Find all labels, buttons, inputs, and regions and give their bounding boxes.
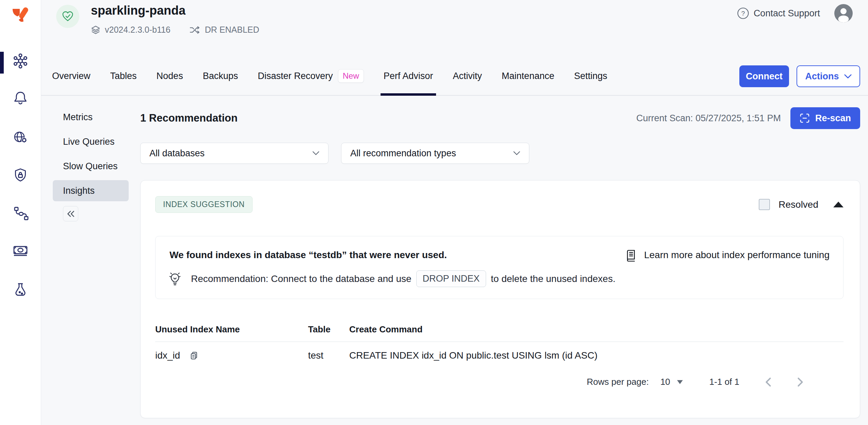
subnav-collapse-button[interactable] xyxy=(63,206,78,221)
actions-button[interactable]: Actions xyxy=(797,65,860,87)
connect-button[interactable]: Connect xyxy=(739,65,789,87)
table-header-row: Unused Index Name Table Create Command xyxy=(155,324,843,335)
tab-overview[interactable]: Overview xyxy=(42,57,100,95)
subnav-item-insights[interactable]: Insights xyxy=(53,180,129,201)
bell-icon xyxy=(12,89,29,106)
copy-button[interactable] xyxy=(189,350,199,361)
subnav-label: Metrics xyxy=(63,112,93,123)
resolved-checkbox[interactable] xyxy=(759,199,770,210)
user-avatar[interactable] xyxy=(834,4,853,22)
sidebar-item-billing[interactable] xyxy=(12,243,29,259)
column-header-index-name: Unused Index Name xyxy=(155,324,308,335)
recommendation-suffix: to delete the unused indexes. xyxy=(491,273,615,284)
scan-icon xyxy=(800,113,810,123)
tab-label: Nodes xyxy=(157,71,183,81)
sidebar-active-indicator xyxy=(0,52,4,74)
chevron-down-icon xyxy=(513,151,520,155)
table-row: idx_id test CREATE INDEX idx_id ON publi… xyxy=(155,342,843,369)
avatar-icon xyxy=(834,4,853,22)
tab-nodes[interactable]: Nodes xyxy=(147,57,193,95)
cell-create-command: CREATE INDEX idx_id ON public.test USING… xyxy=(349,350,843,361)
subnav-label: Insights xyxy=(63,186,95,196)
pagination: Rows per page: 10 1-1 of 1 xyxy=(155,377,843,387)
subnav-label: Live Queries xyxy=(63,137,115,147)
next-page-button[interactable] xyxy=(797,377,803,387)
chevron-down-icon xyxy=(844,74,852,79)
collapse-caret-icon[interactable] xyxy=(833,202,843,207)
tab-label: Tables xyxy=(110,71,137,81)
rescan-button[interactable]: Re-scan xyxy=(790,107,860,129)
cluster-health-badge xyxy=(56,5,79,28)
cluster-tabbar: Overview Tables Nodes Backups Disaster R… xyxy=(41,57,868,96)
copy-icon xyxy=(189,350,199,361)
book-icon xyxy=(625,249,637,262)
tab-backups[interactable]: Backups xyxy=(193,57,248,95)
cell-table: test xyxy=(308,350,349,361)
recommendation-type-filter-select[interactable]: All recommendation types xyxy=(341,143,529,164)
sidebar-item-pipelines[interactable] xyxy=(12,205,29,221)
cell-index-name: idx_id xyxy=(155,350,308,361)
sidebar-item-labs[interactable] xyxy=(12,282,29,298)
previous-page-button[interactable] xyxy=(765,377,771,387)
current-scan-label: Current Scan: 05/27/2025, 1:51 PM xyxy=(636,113,781,124)
svg-text:?: ? xyxy=(741,10,745,17)
perf-advisor-content: Metrics Live Queries Slow Queries Insigh… xyxy=(41,96,868,425)
rescan-label: Re-scan xyxy=(815,113,851,124)
recommendation-card-head: INDEX SUGGESTION Resolved xyxy=(155,180,843,213)
sidebar-item-alerts[interactable] xyxy=(12,89,29,106)
chevron-right-icon xyxy=(797,377,803,387)
recommendation-card: INDEX SUGGESTION Resolved We found index… xyxy=(140,180,860,418)
double-chevron-left-icon xyxy=(66,210,75,217)
index-name-value: idx_id xyxy=(155,350,180,361)
chevron-left-icon xyxy=(765,377,771,387)
tab-settings[interactable]: Settings xyxy=(564,57,617,95)
lightbulb-icon xyxy=(168,271,182,287)
dr-shuffle-icon xyxy=(190,25,200,35)
sidebar-item-network-config[interactable] xyxy=(12,129,29,146)
rows-per-page-value[interactable]: 10 xyxy=(660,377,670,387)
recommendation-row: Recommendation: Connect to the database … xyxy=(168,270,615,287)
yugabyte-logo[interactable] xyxy=(11,7,30,27)
subnav-item-live-queries[interactable]: Live Queries xyxy=(53,131,129,152)
insights-panel: 1 Recommendation Current Scan: 05/27/202… xyxy=(140,96,860,418)
cluster-icon xyxy=(12,53,29,69)
sidebar-item-security[interactable] xyxy=(12,167,29,183)
resolved-label: Resolved xyxy=(778,199,818,210)
summary-database: “testdb” xyxy=(309,250,347,260)
tab-perf-advisor[interactable]: Perf Advisor xyxy=(374,57,443,95)
subnav-item-slow-queries[interactable]: Slow Queries xyxy=(53,156,129,177)
tab-label: Settings xyxy=(574,71,607,81)
tab-label: Overview xyxy=(52,71,91,81)
database-filter-value: All databases xyxy=(149,148,205,159)
tab-maintenance[interactable]: Maintenance xyxy=(492,57,564,95)
database-filter-select[interactable]: All databases xyxy=(140,143,328,164)
recommendation-prefix: Recommendation: Connect to the database … xyxy=(191,273,412,284)
cluster-meta: v2024.2.3.0-b116 DR ENABLED xyxy=(91,25,259,35)
layers-icon xyxy=(91,25,100,35)
learn-more-link[interactable]: Learn more about index performance tunin… xyxy=(625,249,830,262)
summary-suffix: that were never used. xyxy=(347,250,447,260)
rows-per-page-dropdown-icon[interactable] xyxy=(677,380,683,384)
index-suggestion-badge: INDEX SUGGESTION xyxy=(155,196,253,213)
summary-text: We found indexes in database “testdb” th… xyxy=(170,250,447,261)
version-label: v2024.2.3.0-b116 xyxy=(105,25,171,35)
new-badge: New xyxy=(338,69,364,83)
globe-gear-icon xyxy=(12,129,29,146)
rows-per-page-label: Rows per page: xyxy=(587,377,649,387)
tab-actions: Connect Actions xyxy=(739,65,860,87)
money-icon xyxy=(12,243,29,259)
dr-status-label: DR ENABLED xyxy=(205,25,259,35)
pagination-range: 1-1 of 1 xyxy=(709,377,739,387)
tab-disaster-recovery[interactable]: Disaster Recovery New xyxy=(248,57,374,95)
contact-support-button[interactable]: ? Contact Support xyxy=(737,7,820,19)
yugabyte-logo-icon xyxy=(11,7,30,27)
recommendation-count-heading: 1 Recommendation xyxy=(140,112,238,124)
recommendation-type-filter-value: All recommendation types xyxy=(350,148,456,159)
tab-label: Maintenance xyxy=(502,71,554,81)
actions-button-label: Actions xyxy=(805,71,839,82)
tab-tables[interactable]: Tables xyxy=(100,57,147,95)
sidebar-item-clusters[interactable] xyxy=(12,53,29,69)
perf-advisor-subnav: Metrics Live Queries Slow Queries Insigh… xyxy=(53,107,129,221)
tab-activity[interactable]: Activity xyxy=(443,57,492,95)
subnav-item-metrics[interactable]: Metrics xyxy=(53,107,129,128)
